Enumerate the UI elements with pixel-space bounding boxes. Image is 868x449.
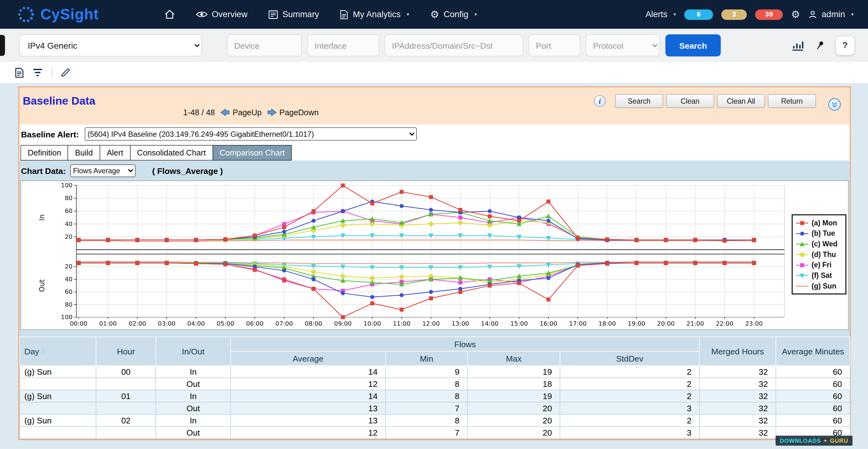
table-row: Out 13 7 20 3 32 60 <box>20 402 850 414</box>
svg-text:02:00: 02:00 <box>129 320 146 327</box>
nav-home[interactable] <box>164 9 175 19</box>
home-icon <box>164 9 175 19</box>
svg-text:03:00: 03:00 <box>158 320 176 327</box>
table-row: Out 12 7 20 3 32 60 <box>20 426 850 439</box>
settings-gear-icon[interactable]: ⚙ <box>791 9 800 19</box>
table-row: (g) Sun 00 In 14 9 19 2 32 60 <box>20 366 850 378</box>
navbar-right: Alerts ▾ 6 3 39 ⚙ admin ▾ <box>645 9 854 20</box>
sort-columns-icon[interactable] <box>791 40 805 51</box>
username: admin <box>822 9 845 19</box>
svg-text:40: 40 <box>65 220 72 228</box>
svg-text:21:00: 21:00 <box>687 320 704 327</box>
return-button[interactable]: Return <box>768 94 816 108</box>
svg-text:07:00: 07:00 <box>275 320 293 327</box>
nav-summary-label: Summary <box>282 9 319 19</box>
svg-text:11:00: 11:00 <box>393 320 410 327</box>
panel-header: Baseline Data 1-48 / 48 PageUp PageDown <box>19 87 850 125</box>
svg-text:23:00: 23:00 <box>745 320 763 327</box>
report-document-icon[interactable] <box>15 67 24 78</box>
nav-alerts[interactable]: Alerts ▾ <box>645 9 676 19</box>
nav-summary[interactable]: Summary <box>269 9 319 19</box>
eye-icon <box>196 10 207 19</box>
clean-button[interactable]: Clean <box>666 94 714 108</box>
port-field[interactable] <box>529 34 580 57</box>
baseline-alert-row: Baseline Alert: (5604) IPv4 Baseline (20… <box>19 125 850 142</box>
gear-icon: ⚙ <box>430 9 439 19</box>
pin-icon[interactable] <box>814 40 825 51</box>
chart-legend: (a) Mon(b) Tue(c) Wed(d) Thu(e) Fri(f) S… <box>792 214 846 294</box>
col-header-min: Min <box>385 351 467 366</box>
svg-text:17:00: 17:00 <box>569 320 586 327</box>
svg-text:20:00: 20:00 <box>657 320 675 327</box>
ipaddress-field[interactable] <box>385 34 523 57</box>
table-row: (g) Sun 02 In 13 8 20 2 32 60 <box>20 414 850 426</box>
protocol-select[interactable]: Protocol <box>586 34 660 57</box>
toolbar <box>0 62 868 83</box>
tab-alert[interactable]: Alert <box>100 145 130 161</box>
table-row: (g) Sun 01 In 14 8 19 2 32 60 <box>20 390 850 402</box>
alert-badge-info[interactable]: 6 <box>684 9 713 20</box>
legend-item: (c) Wed <box>796 239 845 249</box>
summary-icon <box>269 10 278 19</box>
col-header-flows: Flows <box>230 337 700 351</box>
tab-comparison-chart[interactable]: Comparison Chart <box>212 145 292 161</box>
col-header-stddev: StdDev <box>560 351 700 366</box>
collapse-panel-button[interactable] <box>828 98 841 111</box>
left-edge-tab[interactable] <box>0 35 5 56</box>
table-row: Out 12 8 18 2 32 60 <box>20 378 850 390</box>
interface-field[interactable] <box>307 34 379 57</box>
info-icon[interactable]: i <box>594 95 606 107</box>
brand-name: CySight <box>40 6 99 23</box>
nav-overview[interactable]: Overview <box>196 9 248 19</box>
col-header-inout: In/Out <box>156 337 230 366</box>
document-icon <box>340 10 348 19</box>
user-menu[interactable]: admin ▾ <box>808 9 854 19</box>
nav-my-analytics[interactable]: My Analytics ▾ <box>340 9 409 19</box>
edit-pencil-icon[interactable] <box>60 67 70 78</box>
svg-text:05:00: 05:00 <box>217 320 234 327</box>
pager-range: 1-48 / 48 <box>183 108 215 117</box>
brand-logo[interactable]: CySight <box>17 5 99 24</box>
svg-text:20: 20 <box>65 263 72 270</box>
svg-text:20: 20 <box>65 233 72 240</box>
tab-definition[interactable]: Definition <box>21 145 68 161</box>
downloads-guru-watermark: DOWNLOADS ✦ GURU <box>775 436 852 446</box>
cysight-logo-icon <box>17 5 35 24</box>
alert-badge-critical[interactable]: 39 <box>755 9 783 20</box>
chevron-down-icon: ▾ <box>674 11 676 17</box>
device-field[interactable] <box>227 34 302 57</box>
help-button[interactable]: ? <box>835 36 855 55</box>
baseline-data-panel: Baseline Data 1-48 / 48 PageUp PageDown <box>19 87 851 440</box>
svg-text:16:00: 16:00 <box>539 320 557 327</box>
search-button[interactable]: Search <box>665 34 721 57</box>
watermark-icon: ✦ <box>823 438 828 443</box>
nav-config[interactable]: ⚙ Config ▾ <box>430 9 477 19</box>
svg-text:14:00: 14:00 <box>481 320 498 327</box>
col-header-day[interactable]: Day△ <box>20 337 96 366</box>
svg-text:19:00: 19:00 <box>628 320 645 327</box>
col-header-average: Average <box>230 351 385 366</box>
chart-metric-select[interactable]: Flows Average <box>70 164 135 177</box>
svg-text:04:00: 04:00 <box>187 320 205 327</box>
tab-build[interactable]: Build <box>68 145 100 161</box>
legend-item: (b) Tue <box>796 228 845 239</box>
baseline-alert-select[interactable]: (5604) IPv4 Baseline (203.149.76.249-495… <box>85 127 417 141</box>
page-down-button[interactable]: PageDown <box>267 108 319 117</box>
chevron-down-icon: ▾ <box>474 11 477 17</box>
tab-consolidated-chart[interactable]: Consolidated Chart <box>130 145 213 161</box>
col-header-average-minutes: Average Minutes <box>776 337 850 366</box>
filter-icon[interactable] <box>32 68 43 77</box>
sort-asc-icon: △ <box>41 348 45 354</box>
svg-text:22:00: 22:00 <box>716 320 734 327</box>
svg-text:100: 100 <box>61 182 72 189</box>
chevron-down-icon: ▾ <box>406 11 409 17</box>
page-down-label: PageDown <box>279 108 319 117</box>
clean-all-button[interactable]: Clean All <box>717 94 765 108</box>
alert-badge-warning[interactable]: 3 <box>721 9 747 20</box>
svg-text:80: 80 <box>65 301 72 308</box>
content-area: Baseline Data 1-48 / 48 PageUp PageDown <box>0 83 868 449</box>
page-up-button[interactable]: PageUp <box>220 108 262 117</box>
baseline-table: Day△ Hour In/Out Flows Merged Hours Aver… <box>19 337 850 439</box>
panel-search-button[interactable]: Search <box>615 94 663 108</box>
search-category-select[interactable]: IPv4 Generic <box>19 34 202 57</box>
